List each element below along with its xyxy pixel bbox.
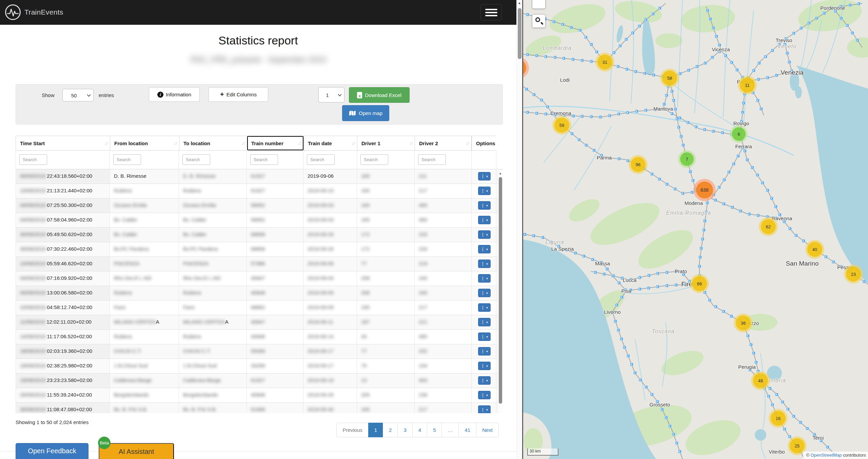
station-marker[interactable]	[735, 68, 739, 72]
station-marker[interactable]	[856, 39, 859, 42]
page-scrollbar[interactable]: ▲	[516, 0, 522, 459]
station-marker[interactable]	[678, 72, 682, 75]
station-marker[interactable]	[532, 93, 536, 96]
station-marker[interactable]	[771, 403, 774, 406]
station-marker[interactable]	[585, 144, 588, 147]
station-marker[interactable]	[715, 35, 718, 38]
station-marker[interactable]	[578, 28, 582, 32]
station-marker[interactable]	[730, 61, 733, 64]
station-marker[interactable]	[689, 170, 692, 173]
station-marker[interactable]	[708, 299, 711, 302]
station-marker[interactable]	[775, 74, 778, 77]
station-marker[interactable]	[595, 50, 598, 54]
page-button-5[interactable]: 5	[427, 423, 442, 437]
station-marker[interactable]	[840, 17, 843, 20]
station-marker[interactable]	[535, 112, 538, 115]
row-options-button[interactable]: ⋮▾	[478, 201, 491, 210]
table-scrollbar-thumb[interactable]	[499, 177, 502, 404]
column-header-train-number[interactable]: Train number↓↑	[247, 136, 303, 151]
station-marker[interactable]	[526, 53, 529, 56]
station-marker[interactable]	[523, 233, 527, 236]
row-options-button[interactable]: ⋮▾	[478, 303, 491, 312]
cluster-marker-16[interactable]: 16	[769, 409, 788, 428]
station-marker[interactable]	[722, 310, 725, 313]
station-marker[interactable]	[846, 24, 849, 27]
station-marker[interactable]	[603, 272, 606, 276]
station-marker[interactable]	[672, 99, 675, 102]
station-marker[interactable]	[706, 201, 709, 205]
station-marker[interactable]	[746, 334, 750, 338]
station-marker[interactable]	[748, 212, 751, 216]
station-marker[interactable]	[749, 343, 753, 346]
station-marker[interactable]	[617, 281, 621, 285]
station-marker[interactable]	[668, 424, 672, 428]
station-marker[interactable]	[546, 105, 549, 109]
station-marker[interactable]	[756, 214, 760, 217]
station-marker[interactable]	[761, 181, 764, 185]
station-marker[interactable]	[612, 274, 615, 278]
station-marker[interactable]	[592, 149, 596, 152]
station-marker[interactable]	[652, 73, 655, 77]
station-marker[interactable]	[634, 70, 637, 73]
station-marker[interactable]	[645, 385, 648, 389]
station-marker[interactable]	[625, 38, 628, 41]
station-marker[interactable]	[706, 9, 709, 12]
station-marker[interactable]	[617, 328, 620, 332]
station-marker[interactable]	[544, 112, 548, 116]
station-marker[interactable]	[616, 65, 620, 68]
search-input-train-number[interactable]	[250, 154, 278, 165]
station-marker[interactable]	[638, 24, 641, 28]
station-marker[interactable]	[766, 189, 769, 192]
column-header-driver-1[interactable]: Driver 1↓↑	[357, 136, 415, 151]
station-marker[interactable]	[767, 395, 770, 398]
station-marker[interactable]	[768, 387, 772, 390]
page-button-previous[interactable]: Previous	[336, 423, 368, 437]
station-marker[interactable]	[682, 144, 685, 147]
station-marker[interactable]	[756, 99, 760, 102]
station-marker[interactable]	[678, 116, 682, 120]
station-marker[interactable]	[525, 88, 528, 91]
station-marker[interactable]	[675, 441, 678, 445]
page-button-4[interactable]: 4	[412, 423, 427, 437]
station-marker[interactable]	[571, 58, 575, 61]
station-marker[interactable]	[580, 115, 584, 118]
station-marker[interactable]	[823, 12, 826, 15]
station-marker[interactable]	[677, 126, 680, 129]
station-marker[interactable]	[754, 361, 758, 364]
station-marker[interactable]	[802, 239, 805, 243]
station-marker[interactable]	[647, 286, 650, 290]
station-marker[interactable]	[727, 170, 731, 174]
station-marker[interactable]	[574, 251, 577, 255]
station-marker[interactable]	[633, 371, 637, 375]
map-zoom-button[interactable]	[532, 0, 546, 9]
map[interactable]: LodiCremonaParmaMantovaVicenzaPadovaVene…	[522, 0, 868, 459]
search-input-time-start[interactable]	[19, 154, 47, 165]
station-marker[interactable]	[617, 112, 620, 116]
station-marker[interactable]	[751, 166, 754, 169]
row-options-button[interactable]: ⋮▾	[478, 245, 491, 253]
station-marker[interactable]	[724, 54, 727, 57]
station-marker[interactable]	[788, 435, 791, 438]
station-marker[interactable]	[783, 427, 786, 431]
station-marker[interactable]	[851, 31, 854, 35]
station-marker[interactable]	[526, 111, 529, 114]
station-marker[interactable]	[766, 76, 769, 79]
station-marker[interactable]	[612, 51, 616, 54]
hamburger-menu-button[interactable]	[480, 4, 502, 20]
station-marker[interactable]	[672, 433, 675, 436]
openstreetmap-link[interactable]: OpenStreetMap	[811, 453, 842, 458]
station-marker[interactable]	[863, 280, 866, 283]
station-marker[interactable]	[570, 132, 574, 135]
station-marker[interactable]	[702, 228, 706, 232]
station-marker[interactable]	[752, 351, 755, 355]
station-marker[interactable]	[730, 314, 733, 318]
cluster-marker-58[interactable]: 58	[660, 69, 679, 88]
station-marker[interactable]	[644, 109, 648, 112]
station-marker[interactable]	[526, 13, 529, 16]
station-marker[interactable]	[698, 255, 702, 259]
station-marker[interactable]	[590, 60, 593, 63]
station-marker[interactable]	[800, 26, 803, 30]
download-excel-button[interactable]: x Download Excel	[349, 87, 410, 103]
cluster-marker-36[interactable]: 36	[734, 313, 753, 332]
station-marker[interactable]	[658, 177, 661, 181]
